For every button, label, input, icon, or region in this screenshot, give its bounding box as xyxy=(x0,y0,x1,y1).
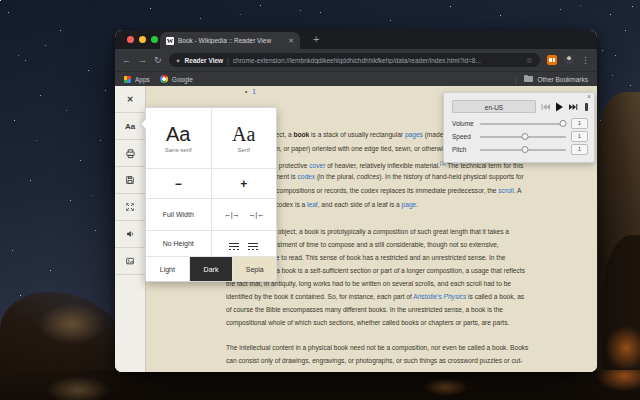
list-bullet: • xyxy=(245,88,247,95)
close-window-button[interactable] xyxy=(127,36,134,43)
tab-title: Book - Wikipedia :: Reader View xyxy=(178,37,284,44)
line-height-decrease-icon[interactable] xyxy=(248,243,258,244)
toc-link[interactable]: 1 xyxy=(252,88,256,95)
apps-grid-icon xyxy=(124,76,131,83)
orange-glow xyxy=(592,318,640,374)
sans-sample: Aa xyxy=(166,123,190,145)
speed-knob[interactable] xyxy=(521,133,528,140)
condense-width-icon[interactable]: →|← xyxy=(248,210,263,219)
full-width-label: Full Width xyxy=(146,199,211,230)
play-icon xyxy=(555,102,564,112)
back-icon[interactable]: ← xyxy=(122,56,131,65)
serif-sample: Aa xyxy=(232,123,255,145)
speed-value: 1 xyxy=(571,131,588,142)
volume-label: Volume xyxy=(452,120,475,127)
fullscreen-button[interactable] xyxy=(115,194,145,221)
tts-panel: × en-US Volume xyxy=(443,92,595,163)
forward-icon[interactable]: → xyxy=(138,56,147,65)
image-icon xyxy=(125,256,135,266)
other-bookmarks-button[interactable]: Other Bookmarks xyxy=(537,76,588,83)
serif-option[interactable]: Aa Serif xyxy=(211,108,277,168)
browser-tab[interactable]: W Book - Wikipedia :: Reader View ✕ xyxy=(160,32,300,49)
theme-light-button[interactable]: Light xyxy=(146,257,189,281)
decrease-font-button[interactable]: − xyxy=(146,169,211,198)
pitch-label: Pitch xyxy=(452,146,475,153)
sans-label: Sans-serif xyxy=(165,147,192,153)
theme-sepia-button[interactable]: Sepia xyxy=(232,257,276,281)
volume-slider[interactable] xyxy=(480,123,566,125)
line-height-increase-icon[interactable] xyxy=(229,243,239,244)
serif-label: Serif xyxy=(238,147,250,153)
font-settings-panel: Aa Sans-serif Aa Serif − + Full Width ←|… xyxy=(145,107,277,282)
toc-item-1[interactable]: • 1 xyxy=(245,88,256,95)
folder-icon xyxy=(524,76,533,82)
new-tab-button[interactable]: + xyxy=(313,34,319,45)
theme-dark-button[interactable]: Dark xyxy=(189,257,233,281)
starfield-faint xyxy=(0,0,1,1)
omnibox-separator: | xyxy=(227,57,229,64)
bookmark-google[interactable]: Google xyxy=(172,76,193,83)
volume-row: Volume 1 xyxy=(452,117,588,130)
speaker-icon xyxy=(125,229,135,239)
bookmark-star-icon[interactable]: ☆ xyxy=(526,56,533,65)
increase-font-button[interactable]: + xyxy=(211,169,277,198)
pitch-slider[interactable] xyxy=(480,149,566,151)
page-url: chrome-extension://lembnkdgdikeehigddhic… xyxy=(233,57,522,64)
paragraph-3: The intellectual content in a physical b… xyxy=(226,341,546,367)
previous-icon xyxy=(541,103,550,111)
tab-close-icon[interactable]: ✕ xyxy=(288,37,294,44)
google-favicon xyxy=(160,75,168,83)
reader-view-extension-icon[interactable] xyxy=(547,55,557,65)
zoom-window-button[interactable] xyxy=(151,36,158,43)
browser-toolbar: ← → ↻ ✦ Reader View | chrome-extension:/… xyxy=(115,49,597,71)
bookmarks-separator: | xyxy=(515,76,517,83)
previous-button[interactable] xyxy=(541,103,550,111)
close-reader-button[interactable]: ✕ xyxy=(115,86,145,113)
pitch-row: Pitch 1 xyxy=(452,143,588,156)
rock-ground xyxy=(0,370,640,400)
save-button[interactable] xyxy=(115,167,145,194)
sans-serif-option[interactable]: Aa Sans-serif xyxy=(146,108,211,168)
speed-label: Speed xyxy=(452,133,475,140)
speed-slider[interactable] xyxy=(480,136,566,138)
tts-close-icon[interactable]: × xyxy=(587,93,591,101)
next-icon xyxy=(569,103,578,111)
fullscreen-icon xyxy=(125,202,135,212)
speech-button[interactable] xyxy=(115,221,145,248)
window-controls xyxy=(127,36,158,43)
language-select[interactable]: en-US xyxy=(452,100,536,113)
close-icon: ✕ xyxy=(127,95,134,104)
expand-width-icon[interactable]: ←|→ xyxy=(224,210,239,219)
tab-strip: W Book - Wikipedia :: Reader View ✕ + xyxy=(115,30,597,49)
play-button[interactable] xyxy=(555,102,564,112)
next-button[interactable] xyxy=(569,103,578,111)
printer-icon xyxy=(125,148,136,159)
bookmarks-bar: Apps Google | Other Bookmarks xyxy=(115,71,597,86)
volume-value: 1 xyxy=(571,118,588,129)
reload-icon[interactable]: ↻ xyxy=(154,56,162,65)
speed-row: Speed 1 xyxy=(452,130,588,143)
pitch-value: 1 xyxy=(571,144,588,155)
stop-button[interactable] xyxy=(585,103,588,111)
floppy-disk-icon xyxy=(125,175,135,185)
plus-icon: + xyxy=(240,177,247,191)
print-button[interactable] xyxy=(115,140,145,167)
extension-page-icon: ✦ xyxy=(176,57,181,64)
minimize-window-button[interactable] xyxy=(139,36,146,43)
browser-window: W Book - Wikipedia :: Reader View ✕ + ← … xyxy=(115,30,597,372)
wikipedia-favicon: W xyxy=(166,37,174,45)
browser-menu-icon[interactable]: ⋮ xyxy=(581,56,590,65)
address-bar[interactable]: ✦ Reader View | chrome-extension://lembn… xyxy=(169,53,540,67)
panel-pointer xyxy=(141,119,146,129)
fonts-icon: Aa xyxy=(125,122,135,131)
site-name: Reader View xyxy=(185,57,224,64)
no-height-label: No Height xyxy=(146,231,211,256)
minus-icon: − xyxy=(175,177,182,191)
bookmark-apps[interactable]: Apps xyxy=(135,76,150,83)
volume-knob[interactable] xyxy=(559,120,566,127)
images-toggle-button[interactable] xyxy=(115,248,145,275)
profile-avatar[interactable] xyxy=(564,55,574,65)
pitch-knob[interactable] xyxy=(521,146,528,153)
